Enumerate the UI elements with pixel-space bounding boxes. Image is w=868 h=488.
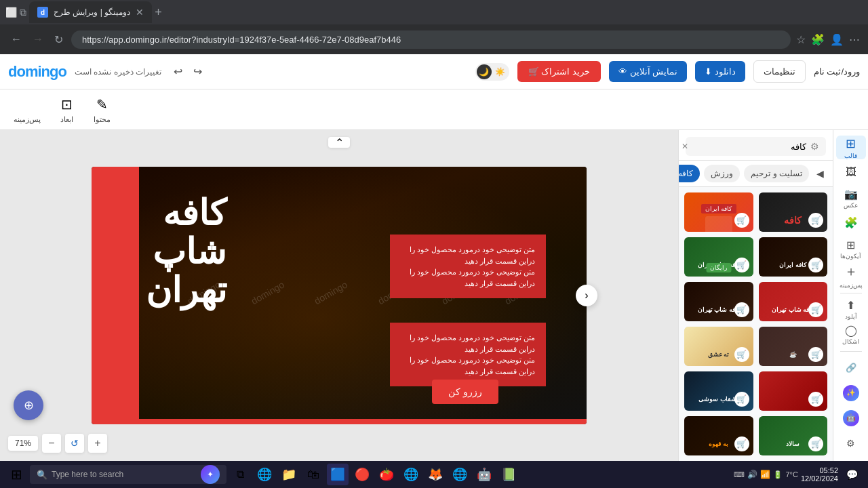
taskbar-gecko-icon[interactable]: 🦊 (425, 464, 446, 485)
notification-button[interactable]: 💬 (841, 464, 863, 485)
category-tab-cafe[interactable]: کافه (679, 165, 700, 182)
login-button[interactable]: ورود/ثبت نام (814, 66, 860, 77)
image-icon: 🖼 (846, 166, 856, 178)
sidebar-item-settings[interactable]: ⚙ (836, 432, 866, 455)
taskbar-chrome-icon[interactable]: 🌐 (400, 464, 422, 485)
template-card[interactable]: کافه شاپ تهران 🛒 (684, 282, 753, 321)
template-cart-icon: 🛒 (808, 392, 823, 407)
canvas-slide: domingo domingo domingo domingo domingo … (92, 167, 587, 424)
toolbar-background[interactable]: پس‌زمینه (14, 95, 41, 124)
tab-close-icon[interactable]: ✕ (136, 7, 144, 18)
sidebar-item-photo[interactable]: 📷 عکس (836, 186, 866, 210)
template-cart-icon: 🛒 (734, 213, 749, 228)
template-card[interactable]: کافه ایران 🛒 (759, 237, 828, 277)
template-card[interactable]: ته عشق 🛒 (684, 327, 753, 366)
extension-icon[interactable]: 🧩 (811, 33, 825, 46)
unsaved-text: تغییرات ذخیره نشده است (75, 67, 161, 77)
shapes-icon: ◯ (845, 324, 857, 337)
bookmark-icon[interactable]: ☆ (796, 33, 806, 46)
zoom-out-button[interactable]: − (42, 434, 61, 453)
cortana-button[interactable]: ✦ (201, 465, 220, 484)
redo-button[interactable]: ↪ (189, 62, 206, 81)
ai2-icon: 🤖 (843, 410, 859, 426)
download-button[interactable]: دانلود ⬇ (695, 61, 745, 82)
reload-button[interactable]: ↻ (52, 30, 66, 49)
taskbar-search[interactable]: 🔍 Type here to search ✦ (30, 465, 226, 484)
toolbar-dimensions-label: ابعاد (60, 115, 73, 124)
template-cart-icon: 🛒 (734, 347, 749, 362)
template-card[interactable]: به قهوه 🛒 (684, 416, 753, 455)
share-button[interactable]: خرید اشتراک 🛒 (517, 61, 601, 82)
zoom-in-button[interactable]: + (88, 434, 107, 453)
taskbar-word-icon[interactable]: 📗 (498, 464, 519, 485)
template-card[interactable]: بشقاب سوشی 🛒 (684, 371, 753, 411)
template-card[interactable]: کافه شاپ تهران 🛒 (759, 282, 828, 321)
sidebar-item-link[interactable]: 🔗 (836, 355, 866, 379)
moon-icon: 🌙 (477, 64, 492, 79)
template-card[interactable]: کافه ایران 🛒 (684, 192, 753, 232)
sidebar-item-ai2[interactable]: 🤖 (836, 406, 866, 430)
browser-tab-icon[interactable]: ⧉ (20, 7, 26, 18)
sidebar-item-ai[interactable]: ✨ (836, 381, 866, 405)
template-card[interactable]: سالاد 🛒 (759, 416, 828, 455)
sidebar-item-image[interactable]: 🖼 (836, 161, 866, 184)
panel-search-input[interactable] (692, 142, 806, 152)
task-view-icon[interactable]: ⧉ (229, 464, 251, 485)
start-button[interactable]: ⊞ (5, 464, 27, 485)
settings-button[interactable]: تنظیمات (753, 60, 806, 83)
template-cart-icon: 🛒 (734, 302, 749, 317)
profile-icon[interactable]: 👤 (830, 33, 844, 46)
address-bar-input[interactable] (71, 30, 791, 49)
template-card[interactable]: ☕ 🛒 (759, 327, 828, 366)
slide-red-box-2: متن توضیحی خود درمورد محصول خود رادراین … (390, 323, 546, 386)
sun-icon: ☀️ (493, 64, 508, 79)
template-cart-icon: 🛒 (734, 392, 749, 407)
template-cart-icon: 🛒 (808, 436, 823, 451)
taskbar-teams-icon[interactable]: 🟦 (327, 464, 349, 485)
rotate-icon[interactable]: ↺ (65, 434, 84, 453)
sidebar-item-icons[interactable]: ⊞ آیکون‌ها (836, 237, 866, 261)
back-button[interactable]: ← (8, 30, 24, 48)
forward-button[interactable]: → (30, 30, 46, 48)
toolbar-content[interactable]: ✎ محتوا (92, 95, 111, 124)
sidebar-item-upload[interactable]: ⬆ آپلود (836, 298, 866, 321)
sidebar-item-template[interactable]: ⊞ قالب (836, 136, 866, 159)
browser-tab-icon[interactable]: ⬜ (5, 7, 17, 18)
taskbar-explorer-icon[interactable]: 📁 (278, 464, 300, 485)
taskbar-edge-icon[interactable]: 🌐 (254, 464, 275, 485)
panel-search-clear[interactable]: ✕ (682, 142, 688, 151)
floating-link-button[interactable]: ⊕ (14, 390, 43, 420)
ai-icon: ✨ (843, 385, 859, 401)
taskbar-network-icon[interactable]: 📶 (760, 470, 770, 479)
canvas-expand-button[interactable]: ⌃ (328, 137, 350, 148)
more-icon[interactable]: ⋯ (849, 33, 860, 46)
background-sidebar-icon: ＋ (844, 262, 858, 281)
sidebar-item-shapes-label: اشکال (842, 338, 860, 345)
taskbar-browser-icon[interactable]: 🌐 (449, 464, 471, 485)
template-card[interactable]: کافه 🛒 (759, 192, 828, 232)
toolbar-dimensions[interactable]: ⊡ ابعاد (57, 95, 76, 124)
slide-reserve-button[interactable]: رزرو کن (432, 380, 498, 404)
theme-toggle[interactable]: 🌙 ☀️ (475, 63, 509, 81)
panel-filter-icon[interactable]: ⚙ (810, 141, 819, 152)
sidebar-item-background[interactable]: ＋ پس‌زمینه (836, 262, 866, 289)
taskbar-red-icon[interactable]: 🔴 (351, 464, 373, 485)
online-preview-button[interactable]: نمایش آنلاین 👁 (609, 61, 687, 82)
taskbar-keyboard-icon[interactable]: ⌨ (734, 470, 745, 479)
new-tab-button[interactable]: + (155, 5, 162, 20)
taskbar-store-icon[interactable]: 🛍 (302, 464, 324, 485)
template-card[interactable]: 🛒 (759, 371, 828, 411)
active-tab[interactable]: d دومینگو | ویرایش طرح ✕ (29, 1, 152, 23)
taskbar-android-icon[interactable]: 🤖 (473, 464, 495, 485)
sidebar-item-plugin[interactable]: 🧩 (836, 211, 866, 235)
category-tab-arrow[interactable]: ◀ (813, 165, 827, 182)
sidebar-item-shapes[interactable]: ◯ اشکال (836, 323, 866, 346)
undo-button[interactable]: ↩ (170, 62, 186, 81)
slide-next-arrow[interactable]: › (576, 285, 597, 306)
taskbar-battery-icon[interactable]: 🔋 (773, 470, 783, 479)
category-tab-condolence[interactable]: تسلیت و ترحیم (744, 165, 809, 182)
template-card[interactable]: کافه شاپ تهران 🛒 رایگان (684, 237, 753, 277)
category-tab-sport[interactable]: ورزش (704, 165, 740, 182)
taskbar-volume-icon[interactable]: 🔊 (747, 470, 757, 479)
taskbar-pomodoro-icon[interactable]: 🍅 (376, 464, 397, 485)
